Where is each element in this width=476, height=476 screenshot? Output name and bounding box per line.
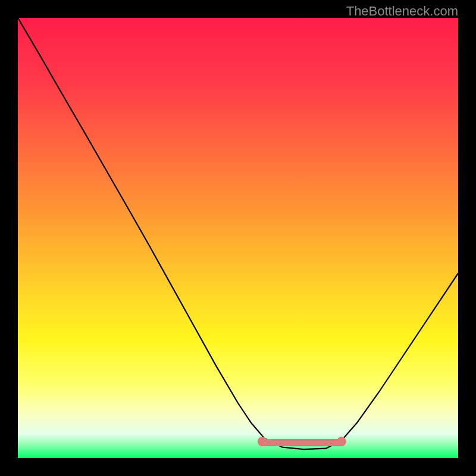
chart-svg: [18, 18, 458, 458]
chart-frame: [18, 18, 458, 458]
watermark-text: TheBottleneck.com: [346, 4, 458, 19]
gradient-background: [18, 18, 458, 458]
svg-point-2: [337, 437, 346, 446]
svg-point-1: [258, 437, 267, 446]
